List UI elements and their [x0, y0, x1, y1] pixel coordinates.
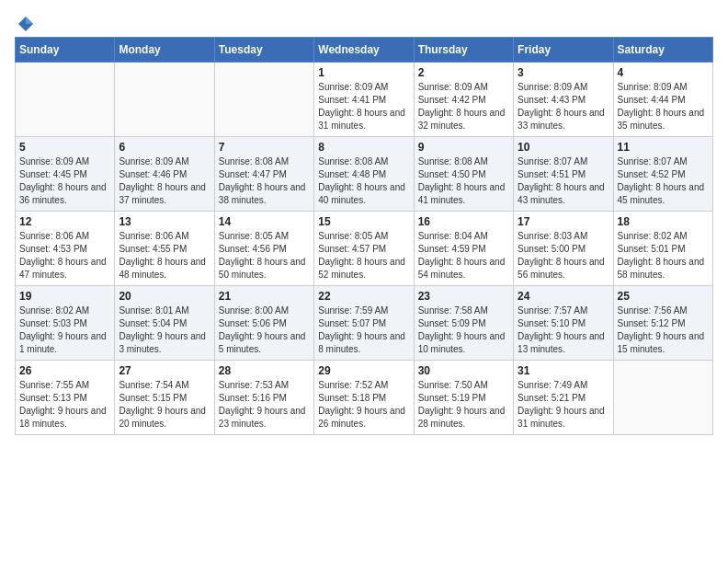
day-number: 24 [518, 290, 609, 303]
calendar-cell [613, 361, 712, 435]
calendar-cell: 19Sunrise: 8:02 AM Sunset: 5:03 PM Dayli… [16, 286, 115, 361]
calendar-cell: 12Sunrise: 8:06 AM Sunset: 4:53 PM Dayli… [16, 212, 115, 286]
weekday-header-tuesday: Tuesday [214, 38, 313, 63]
calendar-cell: 20Sunrise: 8:01 AM Sunset: 5:04 PM Dayli… [115, 286, 214, 361]
day-info: Sunrise: 7:52 AM Sunset: 5:18 PM Dayligh… [318, 379, 409, 431]
day-number: 23 [418, 290, 509, 303]
day-info: Sunrise: 8:03 AM Sunset: 5:00 PM Dayligh… [518, 230, 609, 282]
day-number: 9 [418, 141, 509, 154]
day-info: Sunrise: 8:04 AM Sunset: 4:59 PM Dayligh… [418, 230, 509, 282]
calendar-cell: 8Sunrise: 8:08 AM Sunset: 4:48 PM Daylig… [314, 137, 414, 212]
weekday-header-saturday: Saturday [613, 38, 712, 63]
day-number: 25 [618, 290, 709, 303]
day-number: 15 [318, 215, 409, 228]
day-info: Sunrise: 8:01 AM Sunset: 5:04 PM Dayligh… [119, 304, 210, 356]
day-info: Sunrise: 8:09 AM Sunset: 4:44 PM Dayligh… [618, 81, 709, 132]
calendar-cell: 22Sunrise: 7:59 AM Sunset: 5:07 PM Dayli… [314, 286, 414, 361]
calendar-table: SundayMondayTuesdayWednesdayThursdayFrid… [15, 37, 713, 435]
calendar-cell: 7Sunrise: 8:08 AM Sunset: 4:47 PM Daylig… [214, 137, 313, 212]
weekday-header-sunday: Sunday [16, 38, 115, 63]
day-info: Sunrise: 7:55 AM Sunset: 5:13 PM Dayligh… [19, 379, 110, 431]
day-info: Sunrise: 7:58 AM Sunset: 5:09 PM Dayligh… [418, 304, 509, 356]
day-info: Sunrise: 8:07 AM Sunset: 4:51 PM Dayligh… [518, 155, 609, 207]
day-info: Sunrise: 7:49 AM Sunset: 5:21 PM Dayligh… [518, 379, 609, 431]
day-number: 11 [618, 141, 709, 154]
weekday-header-thursday: Thursday [414, 38, 513, 63]
day-info: Sunrise: 8:05 AM Sunset: 4:57 PM Dayligh… [318, 230, 409, 282]
day-info: Sunrise: 8:09 AM Sunset: 4:46 PM Dayligh… [119, 155, 210, 207]
day-info: Sunrise: 8:05 AM Sunset: 4:56 PM Dayligh… [219, 230, 310, 282]
day-number: 14 [219, 215, 310, 228]
calendar-week-5: 26Sunrise: 7:55 AM Sunset: 5:13 PM Dayli… [16, 361, 713, 435]
calendar-cell: 13Sunrise: 8:06 AM Sunset: 4:55 PM Dayli… [115, 212, 214, 286]
day-info: Sunrise: 8:09 AM Sunset: 4:43 PM Dayligh… [518, 81, 609, 132]
calendar-cell: 31Sunrise: 7:49 AM Sunset: 5:21 PM Dayli… [514, 361, 613, 435]
calendar-cell: 6Sunrise: 8:09 AM Sunset: 4:46 PM Daylig… [115, 137, 214, 212]
calendar-week-2: 5Sunrise: 8:09 AM Sunset: 4:45 PM Daylig… [16, 137, 713, 212]
day-number: 5 [19, 141, 110, 154]
calendar-week-3: 12Sunrise: 8:06 AM Sunset: 4:53 PM Dayli… [16, 212, 713, 286]
day-info: Sunrise: 8:06 AM Sunset: 4:55 PM Dayligh… [119, 230, 210, 282]
day-info: Sunrise: 8:07 AM Sunset: 4:52 PM Dayligh… [618, 155, 709, 207]
day-number: 2 [418, 66, 509, 79]
day-info: Sunrise: 7:59 AM Sunset: 5:07 PM Dayligh… [318, 304, 409, 356]
weekday-header-friday: Friday [514, 38, 613, 63]
calendar-cell: 15Sunrise: 8:05 AM Sunset: 4:57 PM Dayli… [314, 212, 414, 286]
day-number: 8 [318, 141, 409, 154]
day-number: 30 [418, 364, 509, 377]
day-info: Sunrise: 8:02 AM Sunset: 5:03 PM Dayligh… [19, 304, 110, 356]
calendar-header: SundayMondayTuesdayWednesdayThursdayFrid… [16, 38, 713, 63]
day-number: 18 [618, 215, 709, 228]
calendar-cell: 27Sunrise: 7:54 AM Sunset: 5:15 PM Dayli… [115, 361, 214, 435]
day-number: 3 [518, 66, 609, 79]
calendar-cell: 30Sunrise: 7:50 AM Sunset: 5:19 PM Dayli… [414, 361, 513, 435]
day-number: 13 [119, 215, 210, 228]
day-number: 29 [318, 364, 409, 377]
day-info: Sunrise: 8:09 AM Sunset: 4:45 PM Dayligh… [19, 155, 110, 207]
calendar-week-4: 19Sunrise: 8:02 AM Sunset: 5:03 PM Dayli… [16, 286, 713, 361]
day-number: 20 [119, 290, 210, 303]
calendar-cell [214, 63, 313, 137]
day-number: 21 [219, 290, 310, 303]
day-info: Sunrise: 8:09 AM Sunset: 4:42 PM Dayligh… [418, 81, 509, 132]
day-number: 1 [318, 66, 409, 79]
day-number: 22 [318, 290, 409, 303]
day-number: 12 [19, 215, 110, 228]
calendar-cell: 14Sunrise: 8:05 AM Sunset: 4:56 PM Dayli… [214, 212, 313, 286]
day-number: 4 [618, 66, 709, 79]
day-number: 26 [19, 364, 110, 377]
calendar-cell: 28Sunrise: 7:53 AM Sunset: 5:16 PM Dayli… [214, 361, 313, 435]
weekday-row: SundayMondayTuesdayWednesdayThursdayFrid… [16, 38, 713, 63]
calendar-cell [115, 63, 214, 137]
calendar-cell: 26Sunrise: 7:55 AM Sunset: 5:13 PM Dayli… [16, 361, 115, 435]
calendar-week-1: 1Sunrise: 8:09 AM Sunset: 4:41 PM Daylig… [16, 63, 713, 137]
day-number: 16 [418, 215, 509, 228]
calendar-cell: 3Sunrise: 8:09 AM Sunset: 4:43 PM Daylig… [514, 63, 613, 137]
calendar-cell: 18Sunrise: 8:02 AM Sunset: 5:01 PM Dayli… [613, 212, 712, 286]
calendar-cell: 23Sunrise: 7:58 AM Sunset: 5:09 PM Dayli… [414, 286, 513, 361]
day-info: Sunrise: 8:08 AM Sunset: 4:48 PM Dayligh… [318, 155, 409, 207]
weekday-header-wednesday: Wednesday [314, 38, 414, 63]
day-number: 19 [19, 290, 110, 303]
day-number: 10 [518, 141, 609, 154]
calendar-cell: 24Sunrise: 7:57 AM Sunset: 5:10 PM Dayli… [514, 286, 613, 361]
day-number: 28 [219, 364, 310, 377]
calendar-cell: 25Sunrise: 7:56 AM Sunset: 5:12 PM Dayli… [613, 286, 712, 361]
day-info: Sunrise: 8:08 AM Sunset: 4:47 PM Dayligh… [219, 155, 310, 207]
day-number: 7 [219, 141, 310, 154]
day-info: Sunrise: 8:06 AM Sunset: 4:53 PM Dayligh… [19, 230, 110, 282]
day-number: 27 [119, 364, 210, 377]
calendar-cell: 10Sunrise: 8:07 AM Sunset: 4:51 PM Dayli… [514, 137, 613, 212]
calendar-cell: 1Sunrise: 8:09 AM Sunset: 4:41 PM Daylig… [314, 63, 414, 137]
day-number: 6 [119, 141, 210, 154]
day-info: Sunrise: 7:57 AM Sunset: 5:10 PM Dayligh… [518, 304, 609, 356]
calendar-cell: 5Sunrise: 8:09 AM Sunset: 4:45 PM Daylig… [16, 137, 115, 212]
weekday-header-monday: Monday [115, 38, 214, 63]
day-info: Sunrise: 8:02 AM Sunset: 5:01 PM Dayligh… [618, 230, 709, 282]
calendar-cell: 11Sunrise: 8:07 AM Sunset: 4:52 PM Dayli… [613, 137, 712, 212]
calendar-cell: 16Sunrise: 8:04 AM Sunset: 4:59 PM Dayli… [414, 212, 513, 286]
calendar-cell: 9Sunrise: 8:08 AM Sunset: 4:50 PM Daylig… [414, 137, 513, 212]
calendar-body: 1Sunrise: 8:09 AM Sunset: 4:41 PM Daylig… [16, 63, 713, 435]
logo [15, 15, 35, 33]
day-info: Sunrise: 8:08 AM Sunset: 4:50 PM Dayligh… [418, 155, 509, 207]
